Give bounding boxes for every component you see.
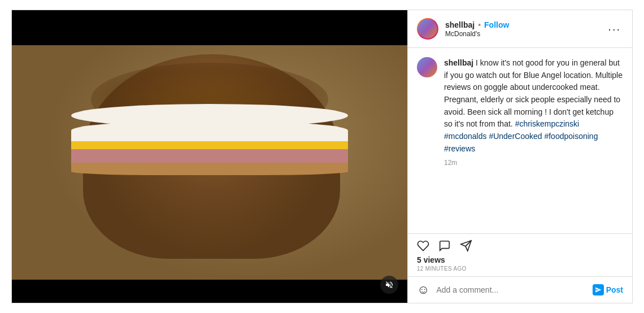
heart-icon bbox=[417, 240, 429, 252]
views-count: 5 views bbox=[417, 255, 623, 264]
post-time: 12 MINUTES AGO bbox=[417, 266, 623, 272]
post-header: shellbaj • Follow McDonald's ··· bbox=[408, 10, 632, 48]
avatar bbox=[417, 18, 438, 40]
media-panel bbox=[12, 10, 407, 303]
share-icon bbox=[460, 240, 472, 252]
more-options-icon: ··· bbox=[608, 23, 621, 35]
comment-time: 12m bbox=[444, 159, 623, 167]
post-label: Post bbox=[606, 285, 623, 294]
post-comment-button[interactable]: Post bbox=[593, 284, 623, 295]
food-image bbox=[12, 10, 407, 303]
bun-bottom-layer bbox=[71, 163, 348, 175]
mute-button[interactable] bbox=[380, 276, 398, 294]
like-button[interactable] bbox=[417, 240, 429, 252]
username-row: shellbaj • Follow bbox=[445, 20, 599, 29]
action-icons-row bbox=[417, 240, 623, 252]
add-comment-row: ☺ Post bbox=[408, 276, 632, 303]
comments-area: shellbaj I know it's not good for you in… bbox=[408, 48, 632, 233]
more-options-button[interactable]: ··· bbox=[606, 23, 623, 36]
actions-bar: 5 views 12 MINUTES AGO bbox=[408, 233, 632, 276]
comment-input[interactable] bbox=[436, 285, 585, 294]
post-icon bbox=[593, 284, 604, 295]
comment-text: shellbaj I know it's not good for you in… bbox=[444, 57, 623, 155]
post-send-icon bbox=[595, 286, 602, 293]
info-panel: shellbaj • Follow McDonald's ··· shellba… bbox=[407, 10, 632, 303]
comment-block: shellbaj I know it's not good for you in… bbox=[417, 57, 623, 167]
commenter-name: shellbaj bbox=[444, 58, 473, 67]
comment-body: I know it's not good for you in general … bbox=[444, 58, 623, 128]
mute-icon bbox=[385, 280, 394, 289]
share-button[interactable] bbox=[460, 240, 472, 252]
avatar-image bbox=[418, 19, 437, 38]
separator-dot: • bbox=[478, 20, 481, 29]
follow-button[interactable]: Follow bbox=[484, 20, 509, 29]
burger-layers bbox=[71, 121, 348, 175]
emoji-button[interactable]: ☺ bbox=[417, 282, 429, 297]
username-label: shellbaj bbox=[445, 20, 475, 29]
comment-icon bbox=[438, 240, 451, 252]
comment-button[interactable] bbox=[438, 240, 451, 252]
comment-content: shellbaj I know it's not good for you in… bbox=[444, 57, 623, 167]
header-text: shellbaj • Follow McDonald's bbox=[445, 20, 599, 38]
post-container: shellbaj • Follow McDonald's ··· shellba… bbox=[11, 10, 633, 303]
commenter-avatar bbox=[417, 57, 437, 77]
emoji-icon: ☺ bbox=[417, 282, 429, 297]
egg-white-layer bbox=[71, 121, 348, 144]
location-label: McDonald's bbox=[445, 30, 599, 38]
